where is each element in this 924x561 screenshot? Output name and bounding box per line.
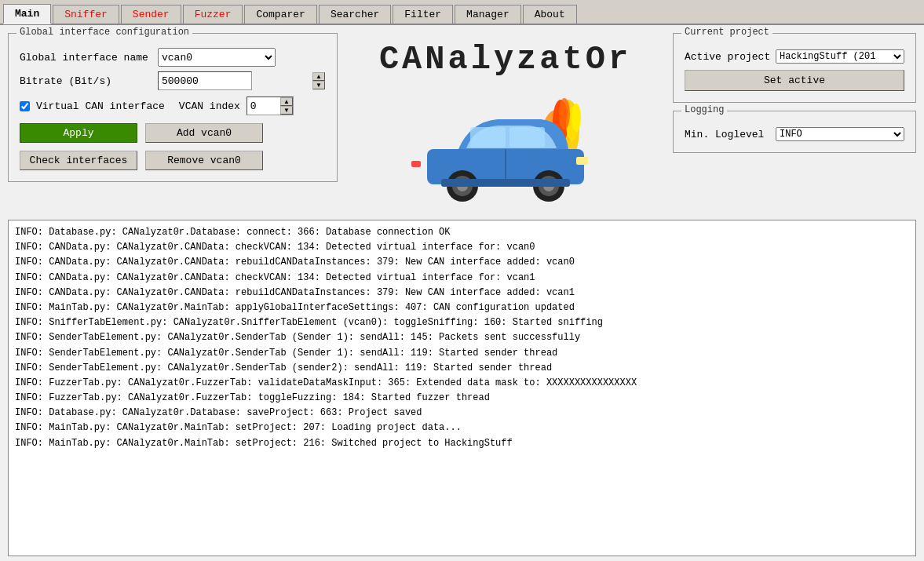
- bitrate-input-wrap: ▲ ▼: [158, 71, 326, 90]
- tab-filter[interactable]: Filter: [393, 5, 453, 24]
- global-config-box: Global interface configuration Global in…: [8, 33, 338, 182]
- tab-comparer[interactable]: Comparer: [244, 5, 316, 24]
- bitrate-down[interactable]: ▼: [312, 81, 325, 89]
- log-line: INFO: CANData.py: CANalyzat0r.CANData: r…: [15, 255, 909, 270]
- log-line: INFO: MainTab.py: CANalyzat0r.MainTab: a…: [15, 301, 909, 315]
- center-section: CANalyzatOr: [345, 33, 665, 212]
- vcan-index-wrap: ▲ ▼: [247, 97, 294, 115]
- button-row-1: Apply Add vcan0: [20, 123, 326, 143]
- vcan-index-up[interactable]: ▲: [280, 97, 293, 106]
- vcan-index-down[interactable]: ▼: [280, 106, 293, 115]
- log-line: INFO: Database.py: CANalyzat0r.Database:…: [15, 406, 909, 421]
- log-line: INFO: SenderTabElement.py: CANalyzat0r.S…: [15, 330, 909, 345]
- active-project-select[interactable]: HackingStuff (201: [776, 49, 904, 64]
- log-line: INFO: FuzzerTab.py: CANalyzat0r.FuzzerTa…: [15, 376, 909, 391]
- vcan-index-label: VCAN index: [179, 100, 240, 112]
- svg-rect-8: [509, 127, 545, 148]
- vcan-index-spinners: ▲ ▼: [280, 97, 293, 115]
- bitrate-label: Bitrate (Bit/s): [20, 75, 153, 87]
- current-project-box: Current project Active project HackingSt…: [673, 33, 916, 103]
- virtual-can-label: Virtual CAN interface: [36, 100, 165, 112]
- virtual-can-checkbox[interactable]: [20, 101, 30, 111]
- log-line: INFO: FuzzerTab.py: CANalyzat0r.FuzzerTa…: [15, 391, 909, 406]
- remove-vcan-button[interactable]: Remove vcan0: [145, 151, 263, 170]
- log-line: INFO: MainTab.py: CANalyzat0r.MainTab: s…: [15, 421, 909, 435]
- min-loglevel-label: Min. Loglevel: [685, 129, 771, 140]
- logging-grid: Min. Loglevel DEBUG INFO WARNING ERROR C…: [685, 127, 904, 141]
- set-active-button[interactable]: Set active: [685, 70, 904, 91]
- right-panel: Current project Active project HackingSt…: [673, 33, 916, 153]
- log-line: INFO: SenderTabElement.py: CANalyzat0r.S…: [15, 361, 909, 376]
- active-project-label: Active project: [685, 51, 771, 63]
- button-row-2: Check interfaces Remove vcan0: [20, 151, 326, 170]
- tab-fuzzer[interactable]: Fuzzer: [183, 5, 243, 24]
- svg-point-4: [559, 98, 570, 129]
- logging-title: Logging: [681, 104, 727, 115]
- svg-rect-10: [576, 157, 588, 165]
- virtual-can-row: Virtual CAN interface VCAN index ▲ ▼: [20, 97, 326, 115]
- tab-searcher[interactable]: Searcher: [319, 5, 391, 24]
- top-section: Global interface configuration Global in…: [8, 33, 916, 212]
- log-line: INFO: SnifferTabElement.py: CANalyzat0r.…: [15, 315, 909, 330]
- loglevel-select[interactable]: DEBUG INFO WARNING ERROR CRITICAL: [776, 127, 904, 141]
- tab-manager[interactable]: Manager: [455, 5, 521, 24]
- config-grid: Global interface name vcan0 vcan1 can0 B…: [20, 48, 326, 90]
- log-line: INFO: CANData.py: CANalyzat0r.CANData: r…: [15, 286, 909, 301]
- log-line: INFO: Database.py: CANalyzat0r.Database:…: [15, 225, 909, 240]
- tab-main[interactable]: Main: [3, 4, 51, 24]
- tab-bar: Main Sniffer Sender Fuzzer Comparer Sear…: [0, 0, 924, 25]
- log-line: INFO: SenderTabElement.py: CANalyzat0r.S…: [15, 346, 909, 361]
- svg-rect-7: [470, 127, 506, 148]
- bitrate-spinners: ▲ ▼: [312, 72, 325, 89]
- tab-sniffer[interactable]: Sniffer: [53, 5, 119, 24]
- main-content: Global interface configuration Global in…: [0, 25, 924, 561]
- bitrate-up[interactable]: ▲: [312, 72, 325, 81]
- global-config-title: Global interface configuration: [16, 27, 192, 38]
- current-project-title: Current project: [681, 27, 772, 38]
- tab-sender[interactable]: Sender: [121, 5, 181, 24]
- check-interfaces-button[interactable]: Check interfaces: [20, 151, 137, 170]
- tab-about[interactable]: About: [523, 5, 577, 24]
- log-line: INFO: CANData.py: CANalyzat0r.CANData: c…: [15, 240, 909, 255]
- log-area[interactable]: INFO: Database.py: CANalyzat0r.Database:…: [8, 220, 916, 556]
- logging-box: Logging Min. Loglevel DEBUG INFO WARNING…: [673, 111, 916, 153]
- car-image: [404, 86, 608, 212]
- app-title: CANalyzatOr: [379, 41, 631, 78]
- svg-point-5: [572, 104, 581, 132]
- svg-rect-18: [441, 179, 570, 187]
- interface-name-select[interactable]: vcan0 vcan1 can0: [158, 48, 276, 67]
- add-vcan-button[interactable]: Add vcan0: [145, 123, 263, 143]
- apply-button[interactable]: Apply: [20, 123, 137, 143]
- log-line: INFO: CANData.py: CANalyzat0r.CANData: c…: [15, 271, 909, 286]
- log-line: INFO: MainTab.py: CANalyzat0r.MainTab: s…: [15, 436, 909, 451]
- svg-rect-11: [411, 161, 421, 167]
- project-grid: Active project HackingStuff (201: [685, 49, 904, 64]
- interface-name-label: Global interface name: [20, 52, 153, 64]
- bitrate-input[interactable]: [158, 71, 252, 90]
